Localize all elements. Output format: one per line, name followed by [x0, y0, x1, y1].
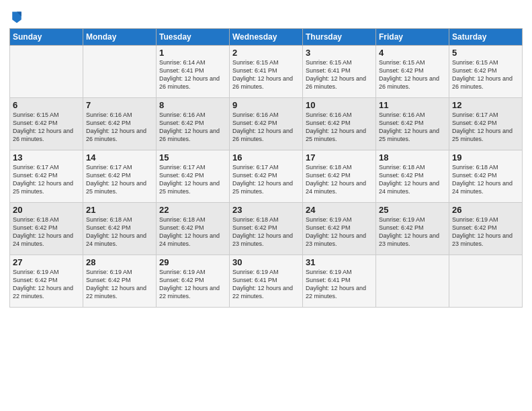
day-number: 6	[13, 100, 80, 110]
calendar-cell: 20Sunrise: 6:18 AM Sunset: 6:42 PM Dayli…	[10, 203, 83, 255]
calendar-container: SundayMondayTuesdayWednesdayThursdayFrid…	[0, 0, 532, 317]
day-info: Sunrise: 6:16 AM Sunset: 6:42 PM Dayligh…	[86, 111, 153, 144]
calendar-cell: 31Sunrise: 6:19 AM Sunset: 6:41 PM Dayli…	[303, 255, 376, 308]
day-number: 9	[232, 100, 300, 110]
day-info: Sunrise: 6:19 AM Sunset: 6:42 PM Dayligh…	[379, 216, 446, 248]
day-number: 20	[13, 205, 80, 215]
day-info: Sunrise: 6:15 AM Sunset: 6:41 PM Dayligh…	[232, 58, 300, 91]
calendar-cell	[449, 255, 523, 308]
week-row-3: 13Sunrise: 6:17 AM Sunset: 6:42 PM Dayli…	[10, 150, 523, 203]
calendar-cell: 22Sunrise: 6:18 AM Sunset: 6:42 PM Dayli…	[157, 203, 230, 255]
day-info: Sunrise: 6:19 AM Sunset: 6:42 PM Dayligh…	[452, 216, 519, 248]
calendar-cell: 8Sunrise: 6:16 AM Sunset: 6:42 PM Daylig…	[157, 98, 230, 150]
calendar-cell: 14Sunrise: 6:17 AM Sunset: 6:42 PM Dayli…	[83, 150, 157, 203]
header-row	[9, 7, 523, 24]
day-number: 21	[86, 205, 153, 215]
day-number: 18	[379, 152, 446, 163]
calendar-cell: 26Sunrise: 6:19 AM Sunset: 6:42 PM Dayli…	[449, 203, 523, 255]
day-info: Sunrise: 6:18 AM Sunset: 6:42 PM Dayligh…	[232, 216, 300, 248]
day-number: 8	[159, 100, 226, 110]
logo	[9, 9, 23, 24]
calendar-cell: 2Sunrise: 6:15 AM Sunset: 6:41 PM Daylig…	[230, 46, 303, 98]
day-info: Sunrise: 6:17 AM Sunset: 6:42 PM Dayligh…	[86, 163, 153, 196]
calendar-header-row: SundayMondayTuesdayWednesdayThursdayFrid…	[10, 29, 523, 46]
calendar-cell: 10Sunrise: 6:16 AM Sunset: 6:42 PM Dayli…	[303, 98, 376, 150]
day-info: Sunrise: 6:15 AM Sunset: 6:41 PM Dayligh…	[306, 58, 373, 91]
day-info: Sunrise: 6:16 AM Sunset: 6:42 PM Dayligh…	[306, 111, 373, 144]
header-day-sunday: Sunday	[10, 29, 83, 46]
day-info: Sunrise: 6:19 AM Sunset: 6:42 PM Dayligh…	[159, 268, 226, 301]
calendar-cell	[83, 46, 157, 98]
calendar-cell: 28Sunrise: 6:19 AM Sunset: 6:42 PM Dayli…	[83, 255, 157, 308]
calendar-cell: 3Sunrise: 6:15 AM Sunset: 6:41 PM Daylig…	[303, 46, 376, 98]
calendar-cell: 19Sunrise: 6:18 AM Sunset: 6:42 PM Dayli…	[449, 150, 523, 203]
day-number: 10	[306, 100, 373, 110]
header-day-saturday: Saturday	[449, 29, 523, 46]
day-info: Sunrise: 6:17 AM Sunset: 6:42 PM Dayligh…	[159, 163, 226, 196]
header-day-thursday: Thursday	[303, 29, 376, 46]
day-number: 25	[379, 205, 446, 215]
calendar-cell: 11Sunrise: 6:16 AM Sunset: 6:42 PM Dayli…	[376, 98, 449, 150]
day-info: Sunrise: 6:16 AM Sunset: 6:42 PM Dayligh…	[379, 111, 446, 144]
day-number: 29	[159, 257, 226, 267]
day-number: 14	[86, 152, 153, 163]
day-info: Sunrise: 6:18 AM Sunset: 6:42 PM Dayligh…	[159, 216, 226, 248]
header-day-friday: Friday	[376, 29, 449, 46]
header-day-tuesday: Tuesday	[157, 29, 230, 46]
calendar-cell: 16Sunrise: 6:17 AM Sunset: 6:42 PM Dayli…	[230, 150, 303, 203]
day-number: 22	[159, 205, 226, 215]
day-number: 11	[379, 100, 446, 110]
day-number: 26	[452, 205, 519, 215]
day-info: Sunrise: 6:15 AM Sunset: 6:42 PM Dayligh…	[379, 58, 446, 91]
calendar-cell: 13Sunrise: 6:17 AM Sunset: 6:42 PM Dayli…	[10, 150, 83, 203]
calendar-cell: 7Sunrise: 6:16 AM Sunset: 6:42 PM Daylig…	[83, 98, 157, 150]
calendar-cell: 17Sunrise: 6:18 AM Sunset: 6:42 PM Dayli…	[303, 150, 376, 203]
calendar-cell: 1Sunrise: 6:14 AM Sunset: 6:41 PM Daylig…	[157, 46, 230, 98]
calendar-cell: 21Sunrise: 6:18 AM Sunset: 6:42 PM Dayli…	[83, 203, 157, 255]
calendar-cell: 4Sunrise: 6:15 AM Sunset: 6:42 PM Daylig…	[376, 46, 449, 98]
calendar-cell	[376, 255, 449, 308]
day-number: 28	[86, 257, 153, 267]
day-info: Sunrise: 6:16 AM Sunset: 6:42 PM Dayligh…	[232, 111, 300, 144]
day-info: Sunrise: 6:19 AM Sunset: 6:41 PM Dayligh…	[232, 268, 300, 301]
day-number: 15	[159, 152, 226, 163]
day-info: Sunrise: 6:15 AM Sunset: 6:42 PM Dayligh…	[13, 111, 80, 144]
day-info: Sunrise: 6:17 AM Sunset: 6:42 PM Dayligh…	[13, 163, 80, 196]
header-day-monday: Monday	[83, 29, 157, 46]
day-number: 1	[159, 48, 226, 58]
day-info: Sunrise: 6:17 AM Sunset: 6:42 PM Dayligh…	[232, 163, 300, 196]
day-info: Sunrise: 6:18 AM Sunset: 6:42 PM Dayligh…	[379, 163, 446, 196]
calendar-cell: 27Sunrise: 6:19 AM Sunset: 6:42 PM Dayli…	[10, 255, 83, 308]
day-number: 31	[306, 257, 373, 267]
week-row-4: 20Sunrise: 6:18 AM Sunset: 6:42 PM Dayli…	[10, 203, 523, 255]
calendar-cell: 30Sunrise: 6:19 AM Sunset: 6:41 PM Dayli…	[230, 255, 303, 308]
day-number: 2	[232, 48, 300, 58]
day-number: 5	[452, 48, 519, 58]
day-number: 13	[13, 152, 80, 163]
header-day-wednesday: Wednesday	[230, 29, 303, 46]
calendar-cell: 9Sunrise: 6:16 AM Sunset: 6:42 PM Daylig…	[230, 98, 303, 150]
logo-icon	[11, 9, 23, 24]
day-info: Sunrise: 6:19 AM Sunset: 6:42 PM Dayligh…	[13, 268, 80, 301]
calendar-cell: 24Sunrise: 6:19 AM Sunset: 6:42 PM Dayli…	[303, 203, 376, 255]
calendar-cell: 6Sunrise: 6:15 AM Sunset: 6:42 PM Daylig…	[10, 98, 83, 150]
day-info: Sunrise: 6:17 AM Sunset: 6:42 PM Dayligh…	[452, 111, 519, 144]
calendar-cell: 29Sunrise: 6:19 AM Sunset: 6:42 PM Dayli…	[157, 255, 230, 308]
week-row-5: 27Sunrise: 6:19 AM Sunset: 6:42 PM Dayli…	[10, 255, 523, 308]
day-number: 19	[452, 152, 519, 163]
day-number: 23	[232, 205, 300, 215]
day-number: 7	[86, 100, 153, 110]
calendar-cell	[10, 46, 83, 98]
week-row-2: 6Sunrise: 6:15 AM Sunset: 6:42 PM Daylig…	[10, 98, 523, 150]
day-info: Sunrise: 6:18 AM Sunset: 6:42 PM Dayligh…	[452, 163, 519, 196]
day-number: 12	[452, 100, 519, 110]
calendar-cell: 12Sunrise: 6:17 AM Sunset: 6:42 PM Dayli…	[449, 98, 523, 150]
calendar-cell: 15Sunrise: 6:17 AM Sunset: 6:42 PM Dayli…	[157, 150, 230, 203]
calendar-cell: 5Sunrise: 6:15 AM Sunset: 6:42 PM Daylig…	[449, 46, 523, 98]
calendar-table: SundayMondayTuesdayWednesdayThursdayFrid…	[9, 28, 523, 308]
day-info: Sunrise: 6:19 AM Sunset: 6:41 PM Dayligh…	[306, 268, 373, 301]
day-number: 27	[13, 257, 80, 267]
day-number: 24	[306, 205, 373, 215]
day-info: Sunrise: 6:18 AM Sunset: 6:42 PM Dayligh…	[86, 216, 153, 248]
calendar-cell: 23Sunrise: 6:18 AM Sunset: 6:42 PM Dayli…	[230, 203, 303, 255]
